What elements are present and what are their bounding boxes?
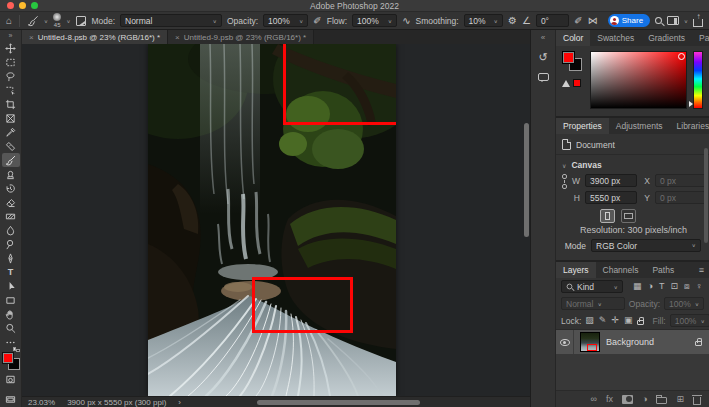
canvas-image[interactable] [148,44,396,396]
toolbar-expand-icon[interactable]: » [9,31,13,41]
link-dimensions-icon[interactable] [562,174,567,204]
path-selection-tool[interactable] [2,279,20,293]
filter-type-layers-icon[interactable]: T [659,282,665,291]
brush-preset-picker[interactable]: 45 [53,13,61,28]
link-layers-icon[interactable]: ∞ [591,395,597,404]
filter-shape-layers-icon[interactable]: ⊡ [670,282,678,291]
document-tab-untitled-9[interactable]: × Untitled-9.psb @ 23% (RGB/16*) * [168,30,314,44]
layer-group-icon[interactable] [656,397,667,404]
tab-patterns[interactable]: Patterns [692,30,709,46]
tab-swatches[interactable]: Swatches [590,30,641,46]
workspace-switcher-icon[interactable] [667,16,679,25]
lock-paint-icon[interactable]: ✎ [599,316,607,325]
lock-all-icon[interactable] [637,320,644,325]
smoothing-select[interactable]: 10% ∨ [464,14,503,27]
document-tab-untitled-8[interactable]: × Untitled-8.psb @ 23% (RGB/16*) * [22,30,168,44]
hue-slider-marker[interactable] [689,101,693,107]
layer-row-background[interactable]: Background [556,330,709,354]
color-panel-swatches[interactable] [562,51,582,71]
lock-transparency-icon[interactable]: ▨ [585,316,594,325]
toggle-brush-settings-icon[interactable] [76,16,87,26]
type-tool[interactable]: T [2,265,20,279]
export-icon[interactable] [693,19,703,27]
brush-tool-icon[interactable] [27,15,39,27]
filter-pixel-layers-icon[interactable]: ▦ [633,282,642,291]
properties-scrollbar[interactable] [704,148,708,243]
collapse-dock-icon[interactable]: « [541,33,545,42]
foreground-background-colors[interactable] [2,352,20,370]
crop-tool[interactable] [2,97,20,111]
close-tab-icon[interactable]: × [29,33,34,42]
tab-color[interactable]: Color [556,30,590,46]
filter-smart-objects-icon[interactable]: ⧈ [684,282,690,291]
layer-mask-icon[interactable] [622,395,633,404]
layer-filter-select[interactable]: Kind ∨ [561,280,623,293]
color-mode-select[interactable]: RGB Color ∨ [591,239,701,252]
eraser-tool[interactable] [2,195,20,209]
spot-healing-brush-tool[interactable] [2,139,20,153]
history-brush-tool[interactable] [2,181,20,195]
tab-properties[interactable]: Properties [556,118,609,134]
screen-mode-icon[interactable] [5,394,16,405]
adjustment-layer-icon[interactable]: ◑ [642,395,647,404]
blend-mode-select[interactable]: Normal ∨ [120,14,222,27]
horizontal-scrollbar[interactable] [257,400,420,405]
default-colors-icon[interactable] [13,347,20,352]
pressure-size-icon[interactable]: ✐ [574,16,582,26]
chevron-down-icon[interactable]: ∨ [66,18,70,24]
filter-toggle-icon[interactable]: ♀ [696,282,703,291]
chevron-down-icon[interactable]: ∨ [44,18,48,24]
brush-angle-field[interactable]: 0° [536,14,569,27]
layer-thumbnail[interactable] [580,332,600,352]
width-field[interactable]: 3900 px [585,174,637,187]
move-tool[interactable] [2,41,20,55]
lock-artboard-icon[interactable]: ▣ [624,316,633,325]
color-picker-marker[interactable] [678,53,685,60]
canvas-viewport[interactable] [22,44,530,396]
search-icon[interactable] [655,17,662,24]
tab-layers[interactable]: Layers [556,262,596,278]
pressure-opacity-icon[interactable]: ✐ [313,16,321,26]
dodge-tool[interactable] [2,237,20,251]
fill-select[interactable]: 100% ∨ [670,314,709,327]
layer-visibility-toggle[interactable] [556,330,574,354]
tab-adjustments[interactable]: Adjustments [609,118,670,134]
opacity-select[interactable]: 100% ∨ [263,14,308,27]
paint-symmetry-icon[interactable]: ⋈ [588,16,598,26]
canvas-section-header[interactable]: ∨ Canvas [562,160,703,170]
frame-tool[interactable] [2,111,20,125]
panel-menu-icon[interactable]: ≡ [694,262,709,278]
vertical-scrollbar[interactable] [524,123,529,237]
hue-slider[interactable] [693,51,703,109]
blur-tool[interactable] [2,223,20,237]
height-field[interactable]: 5550 px [585,191,637,204]
delete-layer-icon[interactable] [693,397,701,405]
rectangle-tool[interactable] [2,293,20,307]
y-field[interactable]: 0 px [655,191,707,204]
airbrush-icon[interactable]: ∿ [402,16,410,26]
tab-paths[interactable]: Paths [645,262,681,278]
brush-tool[interactable] [2,153,20,167]
tab-gradients[interactable]: Gradients [641,30,692,46]
portrait-orientation-button[interactable] [600,209,615,223]
share-button[interactable]: Share [608,14,650,27]
comments-icon[interactable] [538,73,549,81]
rectangular-marquee-tool[interactable] [2,55,20,69]
pen-tool[interactable] [2,251,20,265]
filter-adjustment-layers-icon[interactable]: ◑ [648,282,653,291]
chevron-down-icon[interactable]: ∨ [684,18,688,24]
lasso-tool[interactable] [2,69,20,83]
lock-move-icon[interactable]: ✛ [611,316,619,325]
foreground-color-swatch[interactable] [562,51,575,64]
eyedropper-tool[interactable] [2,125,20,139]
new-layer-icon[interactable]: ⊞ [676,395,684,404]
gamut-warning[interactable] [562,79,581,87]
clone-stamp-tool[interactable] [2,167,20,181]
version-history-icon[interactable]: ↺ [538,52,547,63]
gradient-tool[interactable] [2,209,20,223]
tab-channels[interactable]: Channels [596,262,646,278]
layer-opacity-select[interactable]: 100% ∨ [664,297,704,310]
smoothing-options-gear-icon[interactable]: ⚙ [508,16,517,26]
status-options-chevron[interactable]: › [178,398,181,407]
layer-effects-icon[interactable]: fx [606,395,613,404]
